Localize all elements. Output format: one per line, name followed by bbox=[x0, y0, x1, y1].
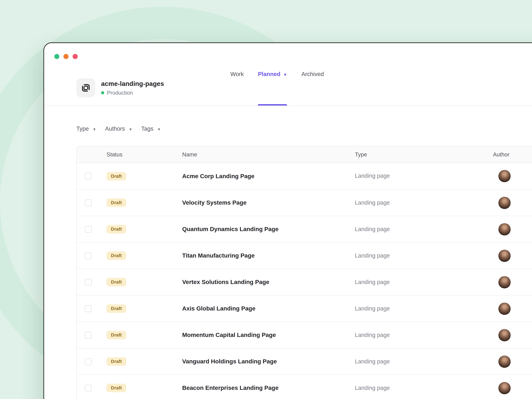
status-badge: Draft bbox=[107, 304, 126, 313]
author-avatar bbox=[499, 196, 511, 209]
author-avatar bbox=[499, 329, 511, 341]
screen: acme-landing-pages Production Work Plann… bbox=[0, 0, 532, 399]
table-row[interactable]: Draft Vanguard Holdings Landing Page Lan… bbox=[77, 348, 532, 375]
row-checkbox[interactable] bbox=[85, 226, 92, 233]
row-type: Landing page bbox=[355, 305, 390, 312]
row-type: Landing page bbox=[355, 358, 390, 365]
status-badge: Draft bbox=[107, 252, 126, 260]
table-body: Draft Acme Corp Landing Page Landing pag… bbox=[77, 163, 532, 399]
environment-status: Production bbox=[101, 90, 164, 96]
table-header: Status Name Type Author bbox=[77, 146, 532, 163]
table-row[interactable]: Draft Acme Corp Landing Page Landing pag… bbox=[77, 163, 532, 189]
filter-tags[interactable]: Tags ▼ bbox=[141, 126, 161, 132]
author-avatar bbox=[499, 276, 511, 288]
filter-authors-label: Authors bbox=[105, 126, 125, 132]
row-checkbox[interactable] bbox=[85, 173, 92, 180]
chevron-down-icon: ▼ bbox=[283, 73, 287, 77]
tab-planned-label: Planned bbox=[258, 71, 280, 78]
pages-table: Status Name Type Author Draft Acme Corp … bbox=[76, 146, 532, 399]
project-text: acme-landing-pages Production bbox=[101, 80, 164, 96]
environment-status-dot bbox=[101, 91, 104, 94]
table-row[interactable]: Draft Axis Global Landing Page Landing p… bbox=[77, 295, 532, 322]
tab-work[interactable]: Work bbox=[230, 43, 244, 106]
filter-tags-label: Tags bbox=[141, 126, 153, 132]
table-row[interactable]: Draft Momentum Capital Landing Page Land… bbox=[77, 322, 532, 348]
tab-work-label: Work bbox=[230, 71, 244, 78]
filter-type-label: Type bbox=[76, 126, 89, 132]
author-avatar bbox=[499, 382, 511, 394]
environment-label: Production bbox=[107, 90, 133, 96]
row-name: Vanguard Holdings Landing Page bbox=[182, 358, 277, 365]
column-header-name[interactable]: Name bbox=[182, 151, 355, 158]
author-avatar bbox=[499, 249, 511, 262]
column-header-type[interactable]: Type bbox=[355, 151, 493, 158]
filter-bar: Type ▼ Authors ▼ Tags ▼ bbox=[76, 125, 532, 133]
table-row[interactable]: Draft Beacon Enterprises Landing Page La… bbox=[77, 375, 532, 399]
status-badge: Draft bbox=[107, 198, 126, 207]
column-header-status[interactable]: Status bbox=[107, 151, 182, 158]
project-logo-icon bbox=[76, 78, 95, 97]
row-type: Landing page bbox=[355, 332, 390, 338]
author-avatar bbox=[499, 170, 511, 182]
row-name: Quantum Dynamics Landing Page bbox=[182, 226, 279, 233]
chevron-down-icon: ▼ bbox=[129, 127, 133, 131]
row-name: Beacon Enterprises Landing Page bbox=[182, 385, 279, 391]
row-checkbox[interactable] bbox=[85, 305, 92, 312]
status-badge: Draft bbox=[107, 225, 126, 234]
window-control-green[interactable] bbox=[54, 54, 59, 59]
row-name: Titan Manufacturing Page bbox=[182, 252, 255, 259]
row-type: Landing page bbox=[355, 173, 390, 179]
author-avatar bbox=[499, 302, 511, 315]
row-checkbox[interactable] bbox=[85, 252, 92, 259]
filter-authors[interactable]: Authors ▼ bbox=[105, 126, 133, 132]
status-badge: Draft bbox=[107, 357, 126, 366]
window-controls bbox=[54, 54, 78, 59]
status-badge: Draft bbox=[107, 331, 126, 339]
tab-planned[interactable]: Planned ▼ bbox=[258, 43, 287, 106]
row-checkbox[interactable] bbox=[85, 279, 92, 285]
row-type: Landing page bbox=[355, 252, 390, 259]
row-checkbox[interactable] bbox=[85, 332, 92, 338]
row-type: Landing page bbox=[355, 279, 390, 285]
row-name: Momentum Capital Landing Page bbox=[182, 331, 276, 338]
status-badge: Draft bbox=[107, 384, 126, 392]
table-row[interactable]: Draft Quantum Dynamics Landing Page Land… bbox=[77, 216, 532, 242]
column-header-author[interactable]: Author bbox=[493, 151, 532, 158]
main-tabs: Work Planned ▼ Archived bbox=[230, 43, 324, 106]
status-badge: Draft bbox=[107, 278, 126, 286]
row-name: Vertex Solutions Landing Page bbox=[182, 279, 269, 285]
row-checkbox[interactable] bbox=[85, 385, 92, 391]
tab-archived-label: Archived bbox=[301, 71, 324, 78]
row-type: Landing page bbox=[355, 226, 390, 232]
window-control-pink[interactable] bbox=[73, 54, 78, 59]
chevron-down-icon: ▼ bbox=[93, 127, 96, 131]
row-checkbox[interactable] bbox=[85, 358, 92, 365]
window-header: acme-landing-pages Production Work Plann… bbox=[44, 43, 532, 106]
row-type: Landing page bbox=[355, 199, 390, 206]
table-row[interactable]: Draft Vertex Solutions Landing Page Land… bbox=[77, 269, 532, 295]
row-name: Velocity Systems Page bbox=[182, 199, 247, 206]
active-tab-underline bbox=[258, 104, 287, 106]
row-checkbox[interactable] bbox=[85, 199, 92, 206]
table-row[interactable]: Draft Velocity Systems Page Landing page bbox=[77, 189, 532, 216]
filter-type[interactable]: Type ▼ bbox=[76, 126, 96, 132]
author-avatar bbox=[499, 223, 511, 235]
row-name: Axis Global Landing Page bbox=[182, 305, 255, 312]
tab-archived[interactable]: Archived bbox=[301, 43, 324, 106]
author-avatar bbox=[499, 355, 511, 367]
chevron-down-icon: ▼ bbox=[157, 127, 161, 131]
app-window: acme-landing-pages Production Work Plann… bbox=[43, 42, 532, 399]
status-badge: Draft bbox=[107, 172, 126, 180]
window-control-orange[interactable] bbox=[63, 54, 69, 59]
row-name: Acme Corp Landing Page bbox=[182, 172, 254, 179]
project-title: acme-landing-pages bbox=[101, 80, 164, 87]
project-header: acme-landing-pages Production bbox=[76, 78, 164, 97]
row-type: Landing page bbox=[355, 385, 390, 391]
table-row[interactable]: Draft Titan Manufacturing Page Landing p… bbox=[77, 242, 532, 269]
